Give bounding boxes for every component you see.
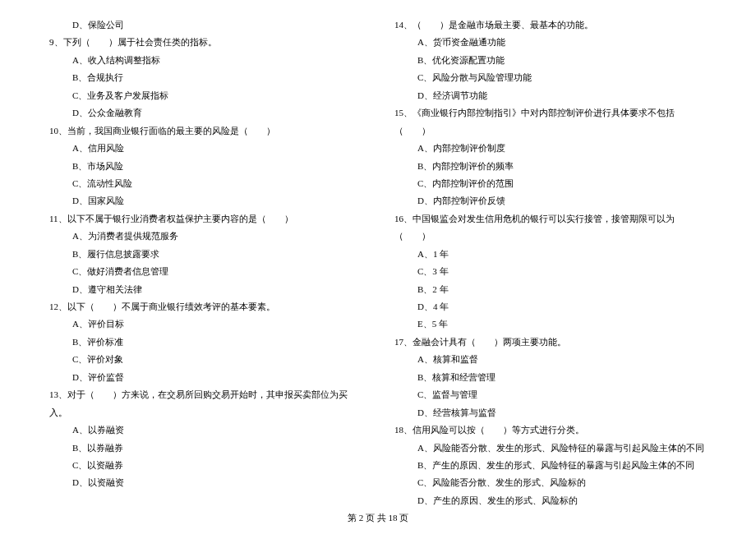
right-column: 14、（ ）是金融市场最主要、最基本的功能。A、货币资金融通功能B、优化资源配置…	[394, 16, 707, 509]
question-line: 15、《商业银行内部控制指引》中对内部控制评价进行具体要求不包括（ ）	[394, 104, 707, 140]
option-line: A、风险能否分散、发生的形式、风险特征的暴露与引起风险主体的不同	[394, 440, 707, 457]
option-line: D、产生的原因、发生的形式、风险标的	[394, 492, 707, 509]
option-line: B、2 年	[394, 281, 707, 298]
option-line: A、核算和监督	[394, 351, 707, 368]
option-line: C、流动性风险	[49, 175, 362, 192]
option-line: B、履行信息披露要求	[49, 246, 362, 263]
option-line: C、监督与管理	[394, 386, 707, 403]
option-line: E、5 年	[394, 315, 707, 333]
option-line: A、收入结构调整指标	[49, 52, 362, 69]
option-line: C、风险分散与风险管理功能	[394, 69, 707, 86]
option-line: A、以券融资	[49, 421, 362, 439]
option-line: C、3 年	[394, 263, 707, 280]
option-line: D、以资融资	[49, 474, 362, 491]
option-line: A、评价目标	[49, 315, 362, 333]
option-line: B、内部控制评价的频率	[394, 158, 707, 175]
option-line: A、信用风险	[49, 140, 362, 157]
option-line: C、内部控制评价的范围	[394, 175, 707, 192]
option-line: C、评价对象	[49, 351, 362, 368]
question-line: 18、信用风险可以按（ ）等方式进行分类。	[394, 421, 707, 439]
option-line: B、核算和经营管理	[394, 369, 707, 386]
option-line: A、货币资金融通功能	[394, 34, 707, 51]
option-line: B、市场风险	[49, 158, 362, 175]
option-line: D、经济调节功能	[394, 87, 707, 104]
question-line: 17、金融会计具有（ ）两项主要功能。	[394, 334, 707, 351]
left-column: D、保险公司9、下列（ ）属于社会责任类的指标。A、收入结构调整指标B、合规执行…	[49, 16, 362, 509]
option-line: C、风险能否分散、发生的形式、风险标的	[394, 474, 707, 491]
option-line: D、公众金融教育	[49, 104, 362, 122]
option-line: A、内部控制评价制度	[394, 140, 707, 157]
option-line: B、优化资源配置功能	[394, 52, 707, 69]
question-line: 9、下列（ ）属于社会责任类的指标。	[49, 34, 362, 51]
option-line: A、1 年	[394, 246, 707, 263]
option-line: C、以资融券	[49, 457, 362, 474]
option-line: D、经营核算与监督	[394, 404, 707, 421]
option-line: B、合规执行	[49, 69, 362, 86]
option-line: D、评价监督	[49, 369, 362, 386]
question-line: 11、以下不属于银行业消费者权益保护主要内容的是（ ）	[49, 210, 362, 228]
option-line: D、4 年	[394, 298, 707, 315]
page-footer: 第 2 页 共 18 页	[0, 512, 756, 524]
option-line: C、业务及客户发展指标	[49, 87, 362, 104]
option-line: B、产生的原因、发生的形式、风险特征的暴露与引起风险主体的不同	[394, 457, 707, 474]
question-line: 16、中国银监会对发生信用危机的银行可以实行接管，接管期限可以为（ ）	[394, 210, 707, 246]
option-line: B、以券融券	[49, 440, 362, 457]
option-line: D、内部控制评价反馈	[394, 192, 707, 209]
question-line: 10、当前，我国商业银行面临的最主要的风险是（ ）	[49, 122, 362, 140]
option-line: C、做好消费者信息管理	[49, 263, 362, 280]
question-line: 13、对于（ ）方来说，在交易所回购交易开始时，其申报买卖部位为买入。	[49, 386, 362, 421]
question-line: 12、以下（ ）不属于商业银行绩效考评的基本要素。	[49, 298, 362, 315]
option-line: B、评价标准	[49, 334, 362, 351]
option-line: A、为消费者提供规范服务	[49, 228, 362, 245]
option-line: D、国家风险	[49, 192, 362, 209]
option-line: D、保险公司	[49, 16, 362, 34]
question-line: 14、（ ）是金融市场最主要、最基本的功能。	[394, 16, 707, 34]
option-line: D、遵守相关法律	[49, 281, 362, 298]
